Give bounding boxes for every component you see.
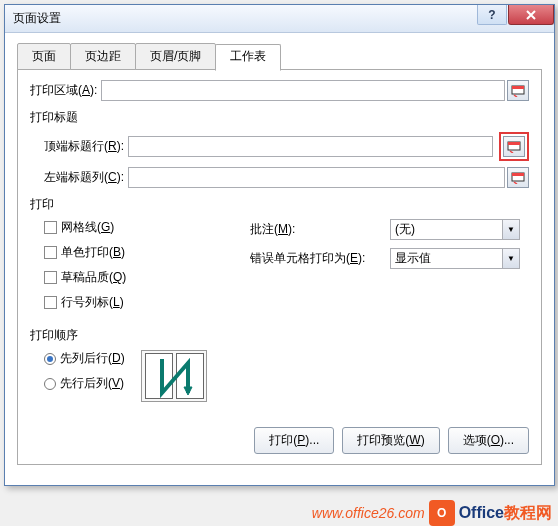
comments-row: 批注(M): (无)▼ <box>250 219 529 240</box>
comments-combo[interactable]: (无)▼ <box>390 219 520 240</box>
tab-margins[interactable]: 页边距 <box>70 43 136 70</box>
checkbox-icon <box>44 271 57 284</box>
watermark-url: www.office26.com <box>312 505 425 521</box>
button-bar: 打印(P)... 打印预览(W) 选项(O)... <box>254 427 529 454</box>
chevron-down-icon: ▼ <box>502 249 519 268</box>
errors-row: 错误单元格打印为(E): 显示值▼ <box>250 248 529 269</box>
bw-label: 单色打印(B) <box>61 244 125 261</box>
top-row-input[interactable] <box>128 136 493 157</box>
top-row-row: 顶端标题行(R): <box>30 132 529 161</box>
left-col-input[interactable] <box>128 167 505 188</box>
titlebar-buttons: ? <box>477 5 554 25</box>
draft-check[interactable]: 草稿品质(Q) <box>44 269 230 286</box>
errors-value: 显示值 <box>395 250 431 267</box>
print-options: 网格线(G) 单色打印(B) 草稿品质(Q) 行号列标(L) 批注(M): (无… <box>30 219 529 319</box>
checkbox-icon <box>44 296 57 309</box>
print-titles-heading: 打印标题 <box>30 109 529 126</box>
errors-label: 错误单元格打印为(E): <box>250 250 390 267</box>
svg-rect-1 <box>512 86 524 89</box>
tab-page[interactable]: 页面 <box>17 43 71 70</box>
watermark-logo-icon: O <box>429 500 455 526</box>
print-area-row: 打印区域(A): <box>30 80 529 101</box>
comments-value: (无) <box>395 221 415 238</box>
watermark-brand: Office教程网 <box>459 503 552 524</box>
left-col-label: 左端标题列(C): <box>44 169 124 186</box>
print-button[interactable]: 打印(P)... <box>254 427 334 454</box>
order-heading: 打印顺序 <box>30 327 529 344</box>
tab-bar: 页面 页边距 页眉/页脚 工作表 <box>17 43 542 70</box>
errors-combo[interactable]: 显示值▼ <box>390 248 520 269</box>
sheet-panel: 打印区域(A): 打印标题 顶端标题行(R): <box>17 69 542 465</box>
draft-label: 草稿品质(Q) <box>61 269 126 286</box>
range-picker-icon <box>511 85 525 97</box>
gridlines-label: 网格线(G) <box>61 219 114 236</box>
tab-headerfooter[interactable]: 页眉/页脚 <box>135 43 216 70</box>
highlight-box <box>499 132 529 161</box>
left-col-picker[interactable] <box>507 167 529 188</box>
print-area-label: 打印区域(A): <box>30 82 97 99</box>
svg-rect-5 <box>512 173 524 176</box>
downover-label: 先列后行(D) <box>60 350 125 367</box>
comments-label: 批注(M): <box>250 221 390 238</box>
window-title: 页面设置 <box>13 10 61 27</box>
print-heading: 打印 <box>30 196 529 213</box>
dialog-window: 页面设置 ? 页面 页边距 页眉/页脚 工作表 打印区域(A): <box>4 4 555 486</box>
downover-radio[interactable]: 先列后行(D) <box>44 350 125 367</box>
options-button[interactable]: 选项(O)... <box>448 427 529 454</box>
gridlines-check[interactable]: 网格线(G) <box>44 219 230 236</box>
watermark: www.office26.com O Office教程网 <box>312 500 552 526</box>
radio-icon <box>44 353 56 365</box>
print-area-input[interactable] <box>101 80 505 101</box>
svg-rect-3 <box>508 142 520 145</box>
help-button[interactable]: ? <box>477 5 507 25</box>
range-picker-icon <box>507 141 521 153</box>
preview-button[interactable]: 打印预览(W) <box>342 427 439 454</box>
titlebar[interactable]: 页面设置 ? <box>5 5 554 33</box>
order-preview-icon <box>141 350 207 402</box>
chevron-down-icon: ▼ <box>502 220 519 239</box>
radio-icon <box>44 378 56 390</box>
close-icon <box>526 10 536 20</box>
range-picker-icon <box>511 172 525 184</box>
left-col-row: 左端标题列(C): <box>30 167 529 188</box>
rowcol-label: 行号列标(L) <box>61 294 124 311</box>
print-area-picker[interactable] <box>507 80 529 101</box>
overdown-radio[interactable]: 先行后列(V) <box>44 375 125 392</box>
rowcol-check[interactable]: 行号列标(L) <box>44 294 230 311</box>
order-section: 先列后行(D) 先行后列(V) <box>30 350 529 402</box>
top-row-label: 顶端标题行(R): <box>44 138 124 155</box>
tab-sheet[interactable]: 工作表 <box>215 44 281 71</box>
checkbox-icon <box>44 246 57 259</box>
bw-check[interactable]: 单色打印(B) <box>44 244 230 261</box>
close-button[interactable] <box>508 5 554 25</box>
top-row-picker[interactable] <box>503 136 525 157</box>
overdown-label: 先行后列(V) <box>60 375 124 392</box>
dialog-content: 页面 页边距 页眉/页脚 工作表 打印区域(A): 打印标题 顶端标题行(R) <box>5 33 554 485</box>
checkbox-icon <box>44 221 57 234</box>
